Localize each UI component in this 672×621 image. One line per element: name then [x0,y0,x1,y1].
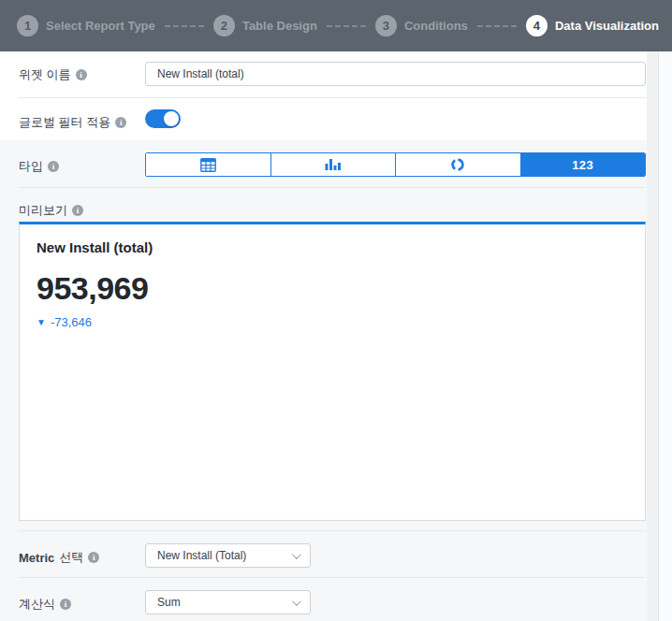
step-number: 3 [375,15,397,36]
info-icon[interactable]: i [48,161,59,172]
step-label: Table Design [242,19,317,33]
step-label: Select Report Type [46,19,155,33]
step-connector [327,25,366,27]
type-label-text: 타입 [19,158,43,175]
scrollbar-track[interactable] [658,51,672,621]
type-label: 타입 i [19,158,59,175]
widget-name-input[interactable] [145,62,646,86]
right-gutter [647,51,672,621]
divider [19,97,646,98]
global-filter-label: 글로벌 필터 적용 i [19,114,126,131]
step-number: 1 [17,15,38,36]
toggle-knob [164,111,179,126]
chevron-down-icon [292,550,301,559]
preview-metric-value: 953,969 [37,270,628,307]
step-label: Data Visualization [555,19,659,33]
calculation-label-text: 계산식 [19,596,55,613]
info-icon[interactable]: i [88,552,99,563]
step-data-visualization[interactable]: 4 Data Visualization [526,15,659,36]
info-icon[interactable]: i [76,69,87,80]
calculation-dropdown[interactable]: Sum [145,590,311,614]
metric-label-ko: 선택 [59,549,83,566]
step-select-report-type[interactable]: 1 Select Report Type [17,15,155,36]
step-number: 2 [213,15,235,36]
metric-label-en: Metric [19,551,54,565]
preview-widget-title: New Install (total) [37,239,628,255]
divider [19,530,646,531]
step-connector [165,25,204,27]
calculation-selected-value: Sum [157,596,292,609]
step-number: 4 [526,15,548,36]
divider [19,187,646,188]
bar-chart-icon [325,158,341,171]
preview-label-text: 미리보기 [19,202,67,219]
preview-change: ▼ -73,646 [37,315,628,329]
type-option-bar-chart[interactable] [270,153,396,176]
type-option-table[interactable] [146,153,270,176]
metric-select-dropdown[interactable]: New Install (Total) [145,543,311,568]
donut-chart-icon [450,157,465,172]
info-icon[interactable]: i [60,599,71,610]
arrow-down-icon: ▼ [37,318,46,327]
widget-name-label-text: 위젯 이름 [19,66,71,83]
global-filter-toggle[interactable] [145,109,181,128]
type-option-numeric[interactable]: 123 [520,153,646,176]
step-conditions[interactable]: 3 Conditions [375,15,468,36]
calculation-label: 계산식 i [19,596,71,613]
metric-selected-value: New Install (Total) [157,549,292,562]
table-icon [200,158,216,172]
type-option-donut-chart[interactable] [395,153,520,176]
preview-change-value: -73,646 [51,315,92,329]
info-icon[interactable]: i [72,205,83,216]
widget-name-label: 위젯 이름 i [19,66,87,83]
metric-label: Metric 선택 i [19,549,99,566]
step-connector [477,25,517,27]
chevron-down-icon [292,597,301,606]
step-table-design[interactable]: 2 Table Design [213,15,317,36]
divider [19,577,646,578]
wizard-stepper: 1 Select Report Type 2 Table Design 3 Co… [0,0,672,51]
preview-label: 미리보기 i [19,202,83,219]
info-icon[interactable]: i [115,117,126,128]
widget-type-selector: 123 [145,152,646,177]
global-filter-label-text: 글로벌 필터 적용 [19,114,110,131]
widget-preview-card: New Install (total) 953,969 ▼ -73,646 [19,222,646,521]
step-label: Conditions [404,19,468,33]
